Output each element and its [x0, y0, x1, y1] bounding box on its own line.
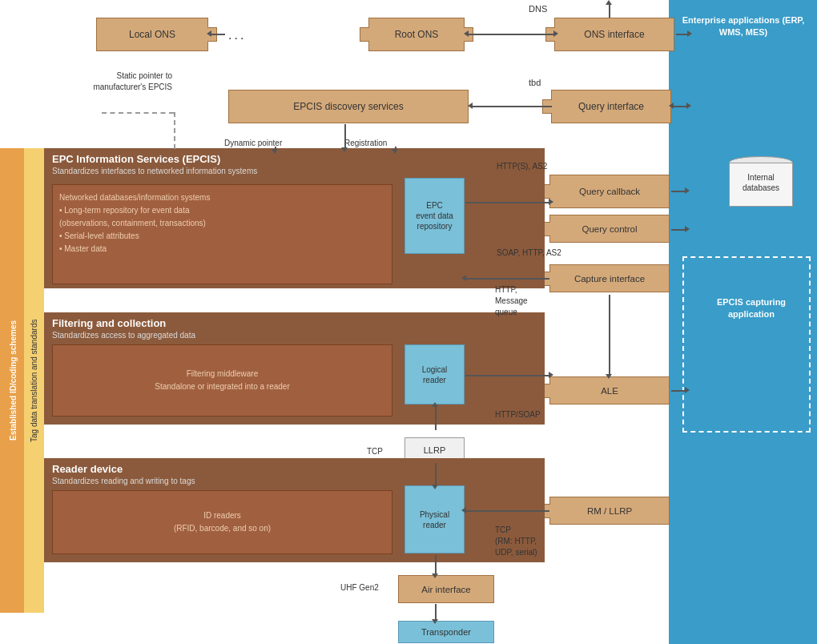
- reader-subtitle: Standardizes reading and writing to tags: [44, 477, 545, 489]
- local-ons-box: Local ONS: [96, 18, 208, 51]
- logical-reader-box: Logical reader: [404, 344, 465, 405]
- discovery-to-query-arrow: [472, 106, 552, 107]
- left-yellow-label: Tag data translation and standards: [24, 148, 44, 613]
- filter-subtitle: Standardizes access to aggregated data: [44, 331, 545, 344]
- physical-to-rmllrp-arrow: [465, 510, 549, 512]
- capture-to-repo-arrow: [465, 278, 549, 280]
- epc-repo-box: EPC event data repository: [404, 178, 465, 254]
- air-interface-label: Air interface: [421, 585, 470, 594]
- physical-reader-label: Physical reader: [420, 509, 449, 530]
- epcis-inner-box: Networked databases/information systems …: [52, 184, 392, 284]
- epcis-inner-text: Networked databases/information systems …: [59, 191, 385, 256]
- tbd-label: tbd: [529, 78, 541, 87]
- reader-inner-text: ID readers (RFID, barcode, and so on): [59, 509, 385, 535]
- ale-label: ALE: [601, 386, 618, 396]
- air-to-transponder-arrow: [435, 604, 437, 620]
- ale-to-enterprise-arrow: [671, 390, 686, 392]
- static-pointer-line-v: [174, 112, 175, 149]
- http-mq-label: HTTP,Messagequeue: [495, 284, 528, 318]
- left-orange-label: Established ID/coding schemes: [4, 148, 22, 613]
- query-control-arrow: [671, 229, 686, 231]
- query-interface-box: Query interface: [551, 90, 671, 123]
- filter-inner-text: Filtering middleware Standalone or integ…: [59, 368, 385, 393]
- local-ons-label: Local ONS: [129, 29, 175, 40]
- repo-to-query-callback-arrow: [465, 202, 549, 203]
- physical-reader-box: Physical reader: [404, 485, 465, 553]
- dns-arrow: [609, 4, 610, 18]
- dynamic-pointer-arrow: [275, 147, 276, 150]
- filter-inner-box: Filtering middleware Standalone or integ…: [52, 344, 392, 417]
- ons-interface-label: ONS interface: [584, 29, 644, 40]
- air-interface-box: Air interface: [398, 575, 494, 603]
- https-label: HTTP(S), AS2: [497, 162, 547, 171]
- query-callback-box: Query callback: [549, 175, 670, 208]
- epcis-title: EPC Information Services (EPCIS): [44, 148, 545, 167]
- rmllrp-box: RM / LLRP: [549, 497, 670, 525]
- tcp-llrp-label: TCP: [367, 447, 383, 456]
- llrp-to-logical-arrow: [435, 406, 437, 430]
- reader-title: Reader device: [44, 458, 545, 477]
- ale-box: ALE: [549, 376, 670, 405]
- transponder-box: Transponder: [398, 621, 494, 643]
- diagram: Enterprise applications (ERP, WMS, MES) …: [0, 0, 817, 644]
- dns-label: DNS: [529, 4, 547, 14]
- uhf-label: UHF Gen2: [340, 583, 379, 592]
- query-interface-label: Query interface: [578, 101, 644, 112]
- internal-databases: Internal databases: [729, 156, 793, 212]
- root-ons-tab-left: [360, 27, 369, 42]
- transponder-label: Transponder: [421, 627, 471, 637]
- query-to-enterprise-arrow: [673, 106, 687, 107]
- capture-to-ale-arrow: [609, 295, 610, 375]
- http-soap-label: HTTP/SOAP: [495, 410, 541, 419]
- epcis-capture-label: EPCIS capturing application: [695, 296, 807, 321]
- logical-to-ale-arrow: [465, 375, 549, 376]
- query-control-label: Query control: [582, 224, 637, 234]
- soap-label: SOAP, HTTP, AS2: [497, 248, 561, 257]
- epcis-capture-box: [682, 256, 811, 433]
- query-control-box: Query control: [549, 215, 670, 243]
- root-ons-label: Root ONS: [395, 29, 439, 40]
- local-ons-left-arrow: [211, 34, 225, 35]
- static-pointer-label: Static pointer to manufacturer's EPCIS: [92, 70, 172, 93]
- llrp-label: LLRP: [424, 445, 446, 455]
- epc-repo-label: EPC event data repository: [416, 200, 453, 231]
- query-callback-label: Query callback: [579, 187, 640, 196]
- rmllrp-label: RM / LLRP: [587, 506, 632, 516]
- ons-dots: ...: [228, 28, 246, 42]
- epcis-discovery-label: EPCIS discovery services: [293, 101, 403, 112]
- ons-interface-box: ONS interface: [554, 18, 674, 51]
- logical-reader-label: Logical reader: [422, 364, 448, 385]
- registration-label: Registration: [344, 139, 387, 147]
- filter-title: Filtering and collection: [44, 312, 545, 331]
- root-ons-box: Root ONS: [368, 18, 465, 51]
- discovery-down-arrow: [344, 124, 346, 148]
- reader-inner-box: ID readers (RFID, barcode, and so on): [52, 490, 392, 554]
- llrp-to-physical-down-arrow: [435, 463, 437, 485]
- enterprise-label: Enterprise applications (ERP, WMS, MES): [682, 15, 805, 37]
- epcis-discovery-box: EPCIS discovery services: [228, 90, 469, 123]
- capture-interface-label: Capture interface: [574, 274, 645, 284]
- tcp-rm-label: TCP(RM: HTTP,UDP, serial): [495, 525, 537, 558]
- query-callback-to-db-arrow: [671, 191, 686, 192]
- static-pointer-line-h: [102, 112, 174, 114]
- epcis-subtitle: Standardizes interfaces to networked inf…: [44, 167, 545, 179]
- root-ons-to-ons-arrow: [468, 34, 554, 35]
- capture-interface-box: Capture interface: [549, 264, 670, 292]
- dynamic-pointer-label: Dynamic pointer: [224, 139, 282, 147]
- cylinder-label: Internal databases: [729, 172, 793, 193]
- ons-to-enterprise-arrow: [676, 34, 688, 35]
- physical-to-air-arrow: [435, 555, 437, 574]
- registration-arrow: [395, 147, 396, 150]
- enterprise-applications: Enterprise applications (ERP, WMS, MES): [676, 8, 811, 46]
